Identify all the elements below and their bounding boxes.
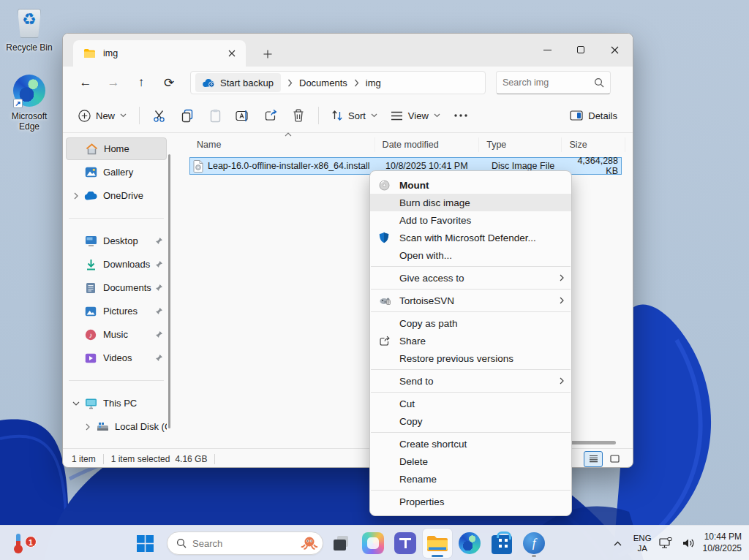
file-explorer-button[interactable]: [423, 529, 452, 558]
thumbnail-view-button[interactable]: [605, 451, 624, 467]
sidebar-item-local-disk-c[interactable]: Local Disk (C:): [66, 415, 167, 438]
context-menu: Mount Burn disc image Add to Favorites S…: [369, 170, 572, 516]
sidebar-item-home[interactable]: Home: [66, 137, 167, 160]
menu-item-send-to[interactable]: Send to: [370, 372, 571, 390]
microsoft-store-button[interactable]: [487, 529, 516, 558]
menu-item-cut[interactable]: Cut: [370, 395, 571, 412]
menu-item-properties[interactable]: Properties: [370, 493, 571, 510]
menu-item-burn-disc-image[interactable]: Burn disc image: [370, 194, 571, 211]
start-button[interactable]: [130, 529, 159, 558]
sidebar-item-this-pc[interactable]: This PC: [66, 392, 167, 415]
back-icon[interactable]: ←: [73, 71, 98, 94]
chevron-right-icon[interactable]: [70, 192, 82, 200]
column-headers: Name Date modified Type Size: [189, 135, 625, 155]
language-indicator[interactable]: ENG JA: [633, 533, 652, 554]
menu-item-add-to-favorites[interactable]: Add to Favorites: [370, 211, 571, 229]
installer-app-button[interactable]: f: [519, 529, 549, 558]
forward-icon[interactable]: →: [101, 71, 126, 94]
share-icon: [264, 109, 278, 122]
menu-item-mount[interactable]: Mount: [370, 176, 571, 194]
desktop-icon-microsoft-edge[interactable]: ↗ Microsoft Edge: [1, 75, 57, 132]
desktop-icon-recycle-bin[interactable]: ♻ Recycle Bin: [1, 6, 57, 53]
menu-item-restore-previous-versions[interactable]: Restore previous versions: [370, 349, 571, 367]
close-button[interactable]: [598, 34, 631, 66]
details-pane-icon: [570, 110, 583, 121]
menu-item-give-access-to[interactable]: Give access to: [370, 269, 571, 287]
tab-strip: img: [63, 34, 633, 67]
shortcut-arrow-icon: ↗: [13, 99, 23, 108]
taskbar: 1: [0, 525, 749, 560]
column-header-size[interactable]: Size: [562, 137, 625, 152]
sidebar-item-gallery[interactable]: Gallery: [66, 161, 167, 183]
chevron-down-icon[interactable]: [70, 401, 82, 406]
breadcrumb-item-documents[interactable]: Documents: [299, 77, 347, 88]
sidebar-item-pictures[interactable]: Pictures: [66, 300, 167, 322]
menu-item-open-with[interactable]: Open with...: [370, 246, 571, 264]
menu-item-copy-as-path[interactable]: Copy as path: [370, 314, 571, 332]
see-more-button[interactable]: [447, 103, 475, 128]
clock[interactable]: 10:44 PM 10/8/2025: [703, 531, 742, 554]
tab-close-icon[interactable]: [224, 45, 240, 61]
new-button[interactable]: New: [72, 103, 133, 128]
search-box[interactable]: [496, 71, 611, 94]
rename-button[interactable]: [229, 103, 257, 128]
tortoisesvn-icon: [379, 295, 399, 306]
edge-button[interactable]: [455, 529, 484, 558]
search-input[interactable]: [503, 77, 594, 88]
menu-item-delete[interactable]: Delete: [370, 453, 571, 470]
sort-button[interactable]: Sort: [325, 103, 384, 128]
column-header-name[interactable]: Name: [189, 137, 375, 152]
sidebar-item-downloads[interactable]: Downloads: [66, 253, 167, 276]
sidebar-item-documents[interactable]: Documents: [66, 276, 167, 299]
view-list-icon: [391, 111, 403, 121]
view-button[interactable]: View: [384, 103, 447, 128]
maximize-button[interactable]: [564, 34, 598, 66]
sidebar-item-onedrive[interactable]: OneDrive: [66, 184, 167, 207]
copilot-button[interactable]: [358, 529, 388, 558]
refresh-icon[interactable]: ⟳: [157, 71, 181, 94]
teams-button[interactable]: [391, 529, 420, 558]
new-tab-button[interactable]: [259, 45, 276, 63]
column-header-type[interactable]: Type: [479, 137, 562, 152]
details-pane-label: Details: [588, 110, 617, 121]
sidebar-item-videos[interactable]: Videos: [66, 347, 167, 369]
network-icon[interactable]: [656, 529, 675, 558]
menu-item-scan-with-microsoft-defender[interactable]: Scan with Microsoft Defender...: [370, 229, 571, 246]
gallery-icon: [83, 165, 98, 180]
delete-button[interactable]: [285, 103, 312, 128]
volume-icon[interactable]: [680, 529, 699, 558]
tray-chevron-up-icon[interactable]: [607, 529, 629, 558]
navigation-pane: Home Gallery OneDrive: [63, 133, 170, 448]
paste-button[interactable]: [201, 103, 229, 128]
sidebar-item-music[interactable]: ♪ Music: [66, 323, 167, 346]
taskbar-search-box[interactable]: [167, 531, 323, 555]
tab-img[interactable]: img: [73, 40, 246, 67]
menu-item-copy[interactable]: Copy: [370, 412, 571, 430]
notification-badge: 1: [25, 536, 37, 548]
cut-button[interactable]: [146, 103, 173, 128]
windows-logo-icon: [137, 535, 154, 552]
recycle-bin-icon: ♻: [12, 6, 47, 41]
trash-icon: [293, 109, 304, 122]
tray-date: 10/8/2025: [703, 543, 742, 555]
copy-button[interactable]: [173, 103, 201, 128]
task-view-button[interactable]: [326, 529, 355, 558]
taskbar-search-input[interactable]: [192, 538, 301, 549]
chevron-right-icon[interactable]: [82, 423, 94, 431]
up-icon[interactable]: ↑: [129, 71, 154, 94]
chevron-right-icon: [354, 79, 359, 87]
menu-item-tortoisesvn[interactable]: TortoiseSVN: [370, 292, 571, 309]
details-pane-button[interactable]: Details: [563, 103, 624, 128]
column-header-date-modified[interactable]: Date modified: [375, 137, 480, 152]
task-view-icon: [331, 534, 350, 553]
start-backup-button[interactable]: Start backup: [195, 73, 281, 92]
menu-item-create-shortcut[interactable]: Create shortcut: [370, 435, 571, 453]
sidebar-item-desktop[interactable]: Desktop: [66, 230, 167, 252]
details-view-button[interactable]: [584, 451, 603, 467]
menu-item-share[interactable]: Share: [370, 332, 571, 349]
share-button[interactable]: [257, 103, 285, 128]
breadcrumb-item-img[interactable]: img: [366, 77, 381, 88]
minimize-button[interactable]: [530, 34, 564, 66]
weather-widget[interactable]: 1: [9, 531, 28, 555]
menu-item-rename[interactable]: Rename: [370, 470, 571, 488]
